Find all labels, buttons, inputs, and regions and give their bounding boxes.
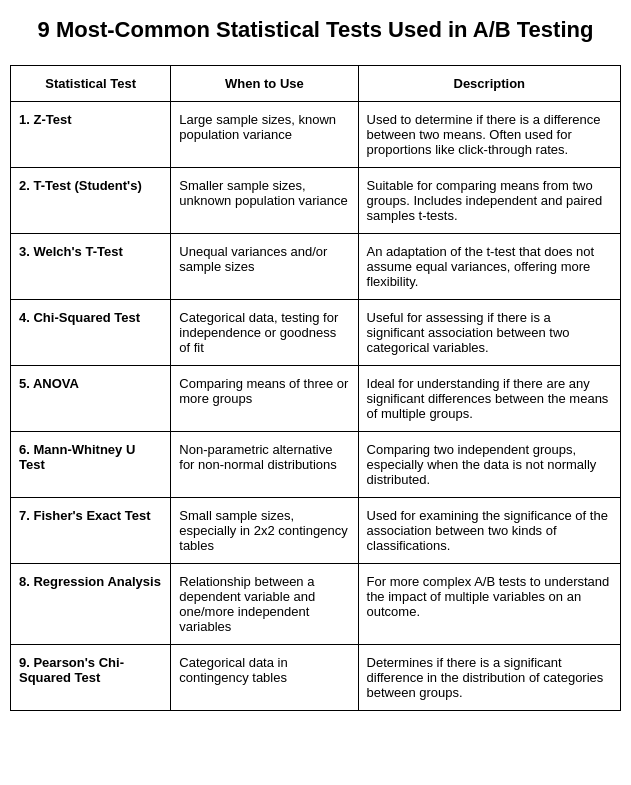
table-row: 5. ANOVAComparing means of three or more… — [11, 365, 621, 431]
when-to-use-2: Smaller sample sizes, unknown population… — [171, 167, 358, 233]
table-row: 9. Pearson's Chi-Squared TestCategorical… — [11, 644, 621, 710]
test-name-1: 1. Z-Test — [11, 101, 171, 167]
description-1: Used to determine if there is a differen… — [358, 101, 620, 167]
when-to-use-3: Unequal variances and/or sample sizes — [171, 233, 358, 299]
when-to-use-1: Large sample sizes, known population var… — [171, 101, 358, 167]
when-to-use-5: Comparing means of three or more groups — [171, 365, 358, 431]
table-row: 7. Fisher's Exact TestSmall sample sizes… — [11, 497, 621, 563]
page-title: 9 Most-Common Statistical Tests Used in … — [10, 10, 621, 51]
test-name-5: 5. ANOVA — [11, 365, 171, 431]
description-5: Ideal for understanding if there are any… — [358, 365, 620, 431]
col-header-when: When to Use — [171, 65, 358, 101]
description-8: For more complex A/B tests to understand… — [358, 563, 620, 644]
test-name-8: 8. Regression Analysis — [11, 563, 171, 644]
description-6: Comparing two independent groups, especi… — [358, 431, 620, 497]
test-name-9: 9. Pearson's Chi-Squared Test — [11, 644, 171, 710]
when-to-use-8: Relationship between a dependent variabl… — [171, 563, 358, 644]
when-to-use-7: Small sample sizes, especially in 2x2 co… — [171, 497, 358, 563]
test-name-2: 2. T-Test (Student's) — [11, 167, 171, 233]
table-row: 6. Mann-Whitney U TestNon-parametric alt… — [11, 431, 621, 497]
test-name-6: 6. Mann-Whitney U Test — [11, 431, 171, 497]
description-2: Suitable for comparing means from two gr… — [358, 167, 620, 233]
description-4: Useful for assessing if there is a signi… — [358, 299, 620, 365]
when-to-use-6: Non-parametric alternative for non-norma… — [171, 431, 358, 497]
description-7: Used for examining the significance of t… — [358, 497, 620, 563]
table-row: 8. Regression AnalysisRelationship betwe… — [11, 563, 621, 644]
description-9: Determines if there is a significant dif… — [358, 644, 620, 710]
table-row: 3. Welch's T-TestUnequal variances and/o… — [11, 233, 621, 299]
test-name-3: 3. Welch's T-Test — [11, 233, 171, 299]
when-to-use-4: Categorical data, testing for independen… — [171, 299, 358, 365]
table-row: 2. T-Test (Student's)Smaller sample size… — [11, 167, 621, 233]
table-row: 1. Z-TestLarge sample sizes, known popul… — [11, 101, 621, 167]
description-3: An adaptation of the t-test that does no… — [358, 233, 620, 299]
test-name-7: 7. Fisher's Exact Test — [11, 497, 171, 563]
stats-table: Statistical Test When to Use Description… — [10, 65, 621, 711]
test-name-4: 4. Chi-Squared Test — [11, 299, 171, 365]
col-header-desc: Description — [358, 65, 620, 101]
table-row: 4. Chi-Squared TestCategorical data, tes… — [11, 299, 621, 365]
col-header-test: Statistical Test — [11, 65, 171, 101]
when-to-use-9: Categorical data in contingency tables — [171, 644, 358, 710]
